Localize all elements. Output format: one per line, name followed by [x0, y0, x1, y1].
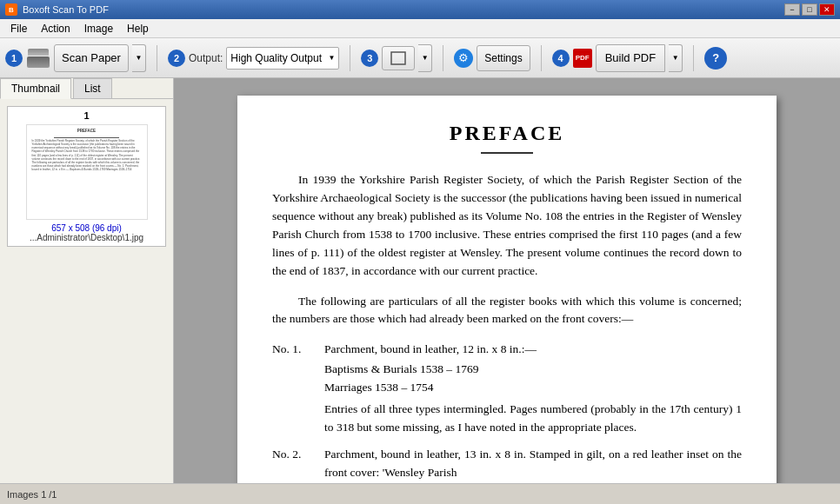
list-main-1: Parchment, bound in leather, 12 in. x 8 … — [324, 341, 742, 359]
list-num-1: No. 1. — [272, 341, 324, 437]
step4-badge: 4 — [552, 50, 570, 67]
settings-icon: ⚙ — [454, 49, 473, 68]
step2-badge: 2 — [168, 50, 185, 67]
step3-badge: 3 — [361, 50, 378, 67]
sep4 — [541, 45, 542, 71]
menu-bar: File Action Image Help — [0, 19, 840, 38]
scan-paper-button[interactable]: Scan Paper — [54, 44, 129, 72]
thumb-page-number: 1 — [83, 110, 89, 121]
sep5 — [693, 45, 694, 71]
frame-icon — [390, 50, 407, 66]
sep1 — [157, 45, 157, 71]
window-controls: − □ ✕ — [784, 3, 835, 16]
thumb-preface-title: PREFACE — [32, 129, 142, 135]
close-button[interactable]: ✕ — [819, 3, 835, 16]
step1-badge: 1 — [5, 50, 23, 67]
help-icon: ? — [712, 51, 719, 64]
document-title: PREFACE — [272, 122, 742, 145]
scan-paper-dropdown[interactable]: ▼ — [132, 44, 146, 72]
list-main-2: Parchment, bound in leather, 13 in. x 8 … — [324, 446, 742, 482]
settings-button[interactable]: Settings — [477, 45, 530, 71]
minimize-button[interactable]: − — [784, 3, 800, 16]
pdf-icon: PDF — [573, 49, 592, 68]
thumb-divider — [54, 137, 120, 138]
tab-list[interactable]: List — [73, 78, 112, 98]
help-button[interactable]: ? — [704, 47, 727, 70]
list-sub-1-2: Marriages 1538 – 1754 — [324, 379, 742, 397]
document-page: PREFACE In 1939 the Yorkshire Parish Reg… — [237, 96, 777, 483]
app-icon: B — [5, 3, 17, 16]
tab-thumbnail[interactable]: Thumbnail — [0, 78, 71, 99]
menu-image[interactable]: Image — [77, 21, 120, 36]
thumb-text: In 1939 the Yorkshire Parish Register So… — [32, 139, 142, 172]
document-paragraph-1: In 1939 the Yorkshire Parish Register So… — [272, 171, 742, 281]
frame-dropdown[interactable]: ▼ — [418, 44, 432, 72]
output-value: High Quality Output — [230, 52, 322, 64]
list-sub-1-1: Baptisms & Burials 1538 – 1769 — [324, 361, 742, 379]
output-group: 2 Output: High Quality Output ▼ — [168, 47, 339, 70]
sidebar: Thumbnail List 1 PREFACE In 1939 the Yor… — [0, 78, 174, 483]
frame-group: 3 ▼ — [361, 44, 432, 72]
thumbnail-area: 1 PREFACE In 1939 the Yorkshire Parish R… — [0, 99, 173, 483]
output-dropdown-icon: ▼ — [328, 54, 335, 62]
menu-file[interactable]: File — [3, 21, 34, 36]
sep3 — [443, 45, 443, 71]
output-select[interactable]: High Quality Output ▼ — [226, 47, 339, 70]
main-area: Thumbnail List 1 PREFACE In 1939 the Yor… — [0, 78, 840, 483]
list-item-1: No. 1. Parchment, bound in leather, 12 i… — [272, 341, 742, 437]
title-bar: B Boxoft Scan To PDF − □ ✕ — [0, 0, 840, 19]
list-item-2: No. 2. Parchment, bound in leather, 13 i… — [272, 446, 742, 482]
toolbar: 1 Scan Paper ▼ 2 Output: High Quality Ou… — [0, 38, 840, 78]
scan-paper-label: Scan Paper — [62, 51, 121, 64]
list-content-1: Parchment, bound in leather, 12 in. x 8 … — [324, 341, 742, 437]
sep2 — [350, 45, 350, 71]
list-sub-1-3: Entries of all three types intermingled.… — [324, 401, 742, 437]
svg-rect-0 — [391, 52, 405, 64]
document-paragraph-2: The following are particulars of all the… — [272, 293, 742, 329]
thumb-file-path: ...Administrator\Desktop\1.jpg — [30, 233, 143, 242]
thumb-resolution[interactable]: 657 x 508 (96 dpi) — [51, 223, 122, 233]
settings-group: ⚙ Settings — [454, 45, 530, 71]
list-content-2: Parchment, bound in leather, 13 in. x 8 … — [324, 446, 742, 482]
thumbnail-image-1: PREFACE In 1939 the Yorkshire Parish Reg… — [26, 124, 148, 220]
thumbnail-card-1[interactable]: 1 PREFACE In 1939 the Yorkshire Parish R… — [7, 106, 166, 247]
document-divider — [481, 152, 533, 154]
images-count: Images 1 /1 — [7, 489, 57, 500]
thumb-img-content: PREFACE In 1939 the Yorkshire Parish Reg… — [27, 125, 147, 219]
build-pdf-dropdown[interactable]: ▼ — [669, 44, 683, 72]
maximize-button[interactable]: □ — [802, 3, 817, 16]
list-num-2: No. 2. — [272, 446, 324, 482]
frame-button[interactable] — [382, 46, 415, 70]
menu-action[interactable]: Action — [34, 21, 77, 36]
scan-group: 1 Scan Paper ▼ — [5, 44, 146, 72]
menu-help[interactable]: Help — [120, 21, 156, 36]
scanner-icon — [26, 49, 50, 68]
app-title: Boxoft Scan To PDF — [23, 4, 784, 15]
build-pdf-label: Build PDF — [605, 51, 657, 64]
content-area: PREFACE In 1939 the Yorkshire Parish Reg… — [174, 78, 840, 483]
sidebar-tabs: Thumbnail List — [0, 78, 173, 99]
build-pdf-button[interactable]: Build PDF — [596, 44, 666, 72]
output-label: Output: — [189, 52, 223, 64]
build-pdf-group: 4 PDF Build PDF ▼ — [552, 44, 683, 72]
status-bar: Images 1 /1 — [0, 483, 840, 504]
settings-label: Settings — [484, 52, 522, 64]
